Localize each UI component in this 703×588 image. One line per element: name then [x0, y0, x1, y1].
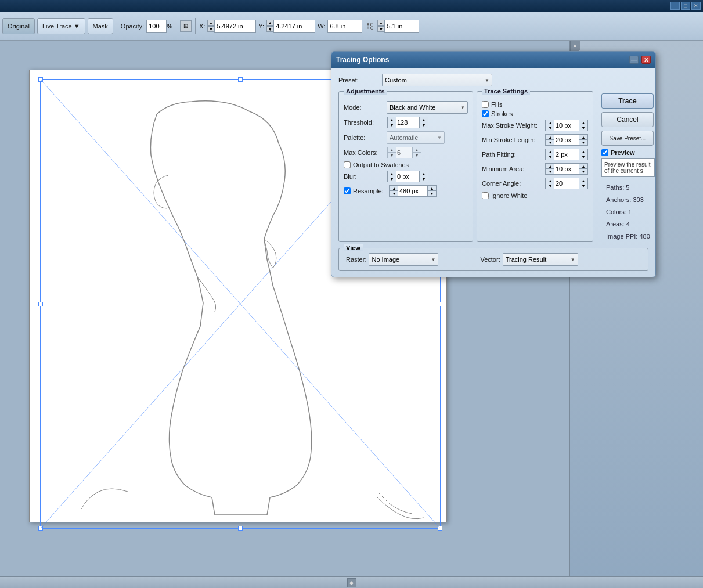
ca-down[interactable]: ▼: [546, 183, 554, 189]
resample-up[interactable]: ▲: [390, 186, 398, 191]
msw-up[interactable]: ▲: [546, 120, 554, 125]
resample-right-down[interactable]: ▼: [428, 191, 436, 196]
ma-down[interactable]: ▼: [546, 169, 554, 174]
resample-right-up[interactable]: ▲: [428, 186, 436, 191]
mode-select[interactable]: Black and White ▼: [387, 101, 468, 114]
msw-right-down[interactable]: ▼: [579, 125, 587, 131]
trace-button[interactable]: Trace: [601, 93, 654, 109]
resample-down[interactable]: ▼: [390, 191, 398, 196]
title-bar-buttons[interactable]: — □ ✕: [670, 2, 701, 10]
min-stroke-length-input[interactable]: [554, 135, 579, 145]
ma-up[interactable]: ▲: [546, 164, 554, 169]
dialog-close-button[interactable]: ✕: [641, 56, 651, 64]
path-fitting-input[interactable]: [554, 149, 579, 160]
threshold-input[interactable]: [396, 117, 419, 128]
y-input[interactable]: [273, 20, 315, 33]
raster-select[interactable]: No Image ▼: [369, 253, 438, 266]
close-button[interactable]: ✕: [691, 2, 701, 10]
maxcolors-right-steppers[interactable]: ▲ ▼: [412, 147, 421, 158]
ma-steppers[interactable]: ▲ ▼: [546, 164, 554, 174]
x-input[interactable]: [214, 20, 256, 33]
blur-right-steppers[interactable]: ▲ ▼: [419, 171, 428, 182]
blur-right-down[interactable]: ▼: [420, 176, 428, 182]
ma-right-down[interactable]: ▼: [579, 169, 587, 174]
maxcolors-up[interactable]: ▲: [388, 147, 396, 153]
live-trace-button[interactable]: Live Trace ▼: [37, 18, 85, 34]
ca-right-down[interactable]: ▼: [579, 183, 587, 189]
ma-right-steppers[interactable]: ▲ ▼: [579, 164, 587, 174]
h-up-stepper[interactable]: ▲: [377, 20, 384, 26]
preview-checkbox[interactable]: [601, 149, 608, 156]
minimize-button[interactable]: —: [670, 2, 680, 10]
opacity-input[interactable]: [146, 20, 167, 33]
pf-up[interactable]: ▲: [546, 149, 554, 154]
x-down-stepper[interactable]: ▼: [207, 26, 214, 32]
msw-down[interactable]: ▼: [546, 125, 554, 131]
minimum-area-input[interactable]: [554, 164, 579, 174]
resample-checkbox[interactable]: [344, 187, 351, 194]
mask-button[interactable]: Mask: [88, 18, 113, 34]
y-steppers[interactable]: ▲ ▼: [266, 20, 273, 32]
y-up-stepper[interactable]: ▲: [266, 20, 273, 26]
y-down-stepper[interactable]: ▼: [266, 26, 273, 32]
corner-angle-input[interactable]: [554, 178, 579, 189]
x-steppers[interactable]: ▲ ▼: [207, 20, 214, 32]
pf-right-steppers[interactable]: ▲ ▼: [579, 149, 587, 160]
w-input[interactable]: [327, 20, 362, 33]
maxcolors-right-down[interactable]: ▼: [413, 153, 421, 158]
h-steppers[interactable]: ▲ ▼: [377, 20, 384, 32]
strokes-checkbox[interactable]: [482, 110, 489, 117]
max-stroke-weight-steppers[interactable]: ▲ ▼: [546, 120, 554, 131]
h-input[interactable]: [384, 20, 419, 33]
transform-icon[interactable]: ⊞: [180, 20, 192, 32]
msl-right-down[interactable]: ▼: [579, 140, 587, 145]
threshold-up[interactable]: ▲: [388, 117, 396, 122]
maxcolors-right-up[interactable]: ▲: [413, 147, 421, 153]
threshold-right-up[interactable]: ▲: [420, 117, 428, 122]
maxcolors-steppers[interactable]: ▲ ▼: [387, 147, 396, 158]
maxcolors-down[interactable]: ▼: [388, 153, 396, 158]
blur-steppers[interactable]: ▲ ▼: [387, 171, 396, 182]
resample-input[interactable]: [398, 186, 427, 196]
maxcolors-input[interactable]: [396, 147, 412, 158]
msl-down[interactable]: ▼: [546, 140, 554, 145]
ignore-white-checkbox[interactable]: [482, 192, 489, 199]
threshold-right-down[interactable]: ▼: [420, 122, 428, 128]
msl-right-steppers[interactable]: ▲ ▼: [579, 135, 587, 145]
blur-input[interactable]: [396, 171, 419, 182]
msl-up[interactable]: ▲: [546, 135, 554, 140]
blur-up[interactable]: ▲: [388, 171, 396, 176]
fills-checkbox[interactable]: [482, 101, 489, 108]
threshold-steppers[interactable]: ▲ ▼: [387, 117, 396, 128]
ma-right-up[interactable]: ▲: [579, 164, 587, 169]
status-scroll-handle[interactable]: ◆: [347, 578, 356, 587]
palette-select[interactable]: Automatic ▼: [387, 131, 445, 144]
pf-right-up[interactable]: ▲: [579, 149, 587, 154]
pf-steppers[interactable]: ▲ ▼: [546, 149, 554, 160]
ca-up[interactable]: ▲: [546, 178, 554, 183]
h-down-stepper[interactable]: ▼: [377, 26, 384, 32]
original-button[interactable]: Original: [2, 18, 35, 34]
pf-right-down[interactable]: ▼: [579, 154, 587, 160]
resample-right-steppers[interactable]: ▲ ▼: [427, 186, 436, 196]
msl-steppers[interactable]: ▲ ▼: [546, 135, 554, 145]
resample-steppers[interactable]: ▲ ▼: [390, 186, 398, 196]
msw-right-steppers[interactable]: ▲ ▼: [579, 120, 587, 131]
scrollbar-up-arrow[interactable]: ▲: [571, 41, 580, 50]
threshold-right-steppers[interactable]: ▲ ▼: [419, 117, 428, 128]
output-swatches-checkbox[interactable]: [344, 161, 351, 168]
cancel-button[interactable]: Cancel: [601, 112, 654, 127]
pf-down[interactable]: ▼: [546, 154, 554, 160]
max-stroke-weight-input[interactable]: [554, 120, 579, 131]
dialog-minimize-button[interactable]: —: [629, 56, 639, 64]
blur-right-up[interactable]: ▲: [420, 171, 428, 176]
preset-select[interactable]: Custom ▼: [382, 74, 492, 86]
ca-right-up[interactable]: ▲: [579, 178, 587, 183]
msl-right-up[interactable]: ▲: [579, 135, 587, 140]
threshold-down[interactable]: ▼: [388, 122, 396, 128]
msw-right-up[interactable]: ▲: [579, 120, 587, 125]
vector-select[interactable]: Tracing Result ▼: [503, 253, 578, 266]
x-up-stepper[interactable]: ▲: [207, 20, 214, 26]
ca-right-steppers[interactable]: ▲ ▼: [579, 178, 587, 189]
blur-down[interactable]: ▼: [388, 176, 396, 182]
